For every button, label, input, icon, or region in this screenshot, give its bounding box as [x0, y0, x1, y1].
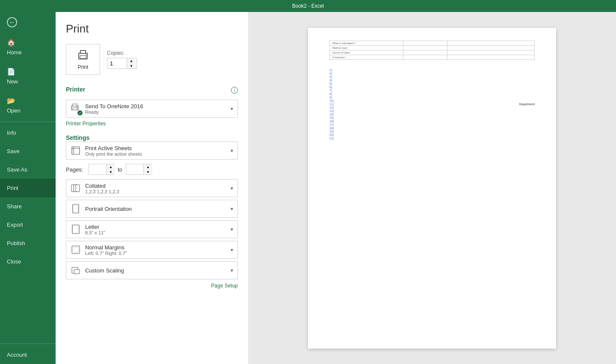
sidebar-item-share[interactable]: Share	[0, 197, 56, 216]
orientation-dropdown[interactable]: Portrait Orientation ▼	[66, 200, 238, 218]
printer-dropdown[interactable]: ✓ Send To OneNote 2016 Ready ▼	[66, 100, 238, 118]
margins-sub: Left: 0.7" Right: 0.7"	[85, 251, 127, 256]
settings-section: Settings Print Active Sheets	[66, 134, 238, 289]
svg-rect-14	[73, 204, 79, 213]
sidebar-item-label: Publish	[7, 240, 25, 246]
sidebar-item-print[interactable]: Print	[0, 179, 56, 197]
preview-number-item: 2)	[329, 72, 334, 75]
preview-body: 1)2)3)4)5)6)7)8)9)10)11)12)13)14)15)16)1…	[317, 68, 548, 140]
margins-left: Normal Margins Left: 0.7" Right: 0.7"	[70, 244, 127, 256]
svg-rect-1	[80, 56, 86, 59]
printer-section-header: Printer	[66, 86, 85, 93]
open-icon: 📂	[7, 97, 15, 105]
scaling-dropdown[interactable]: Custom Scaling ▼	[66, 261, 238, 279]
preview-number-item: 16)	[329, 120, 334, 123]
scaling-icon	[70, 264, 82, 276]
sidebar-item-save[interactable]: Save	[0, 142, 56, 160]
preview-number-item: 10)	[329, 99, 334, 102]
print-panel: Print Print Copies:	[56, 12, 248, 364]
home-icon: 🏠	[7, 38, 15, 47]
collated-main: Collated	[85, 183, 119, 189]
copies-increment[interactable]: ▲	[127, 58, 136, 63]
paper-arrow: ▼	[230, 227, 234, 232]
info-icon[interactable]: i	[231, 87, 238, 94]
active-sheets-sub: Only print the active sheets	[85, 151, 142, 157]
pages-label: Pages:	[66, 166, 85, 173]
preview-number-item: 21)	[329, 137, 334, 140]
sidebar-item-label: Save	[7, 148, 20, 154]
pages-to-decrement[interactable]: ▼	[144, 169, 152, 175]
pages-to-input[interactable]	[126, 165, 143, 174]
preview-number-item: 17)	[329, 123, 334, 126]
copies-spinners: ▲ ▼	[127, 58, 136, 68]
sidebar-divider	[0, 121, 56, 122]
pages-to-wrap: ▲ ▼	[126, 164, 151, 175]
preview-number-item: 6)	[329, 86, 334, 89]
margins-dropdown[interactable]: Normal Margins Left: 0.7" Right: 0.7" ▼	[66, 241, 238, 259]
back-button[interactable]: ←	[0, 12, 56, 33]
sidebar-item-close[interactable]: Close	[0, 252, 56, 271]
printer-header-row: Printer i	[66, 83, 238, 97]
margins-main: Normal Margins	[85, 244, 127, 251]
preview-number-item: 20)	[329, 133, 334, 136]
sidebar-item-label: Print	[7, 185, 18, 191]
copies-area: Copies: ▲ ▼	[107, 50, 137, 69]
sidebar-item-label: Close	[7, 258, 21, 265]
collated-text: Collated 1,2,3 1,2,3 1,2,3	[85, 183, 119, 194]
sidebar-item-publish[interactable]: Publish	[0, 234, 56, 252]
preview-area: What is calculated ?: Method used : Sour…	[248, 12, 616, 364]
pages-to-increment[interactable]: ▲	[144, 164, 152, 169]
preview-number-item: 5)	[329, 82, 334, 85]
paper-dropdown[interactable]: Letter 8.5" x 11" ▼	[66, 220, 238, 238]
paper-icon	[70, 223, 82, 235]
printer-info: ✓ Send To OneNote 2016 Ready	[70, 103, 143, 115]
orientation-text: Portrait Orientation	[85, 206, 132, 212]
sidebar-item-home[interactable]: 🏠 Home	[0, 33, 56, 62]
sidebar-item-label: Open	[7, 107, 21, 114]
settings-section-header: Settings	[66, 134, 89, 141]
preview-number-item: 7)	[329, 89, 334, 92]
collated-sub: 1,2,3 1,2,3 1,2,3	[85, 189, 119, 194]
sidebar-item-label: Share	[7, 203, 22, 210]
new-icon: 📄	[7, 68, 15, 76]
pages-from-decrement[interactable]: ▼	[107, 169, 115, 175]
pages-from-wrap: ▲ ▼	[89, 164, 114, 175]
sidebar-item-new[interactable]: 📄 New	[0, 62, 56, 91]
preview-number-item: 9)	[329, 96, 334, 99]
sidebar-item-info[interactable]: Info	[0, 124, 56, 142]
printer-icon-wrap: ✓	[70, 103, 82, 115]
preview-number-item: 4)	[329, 79, 334, 82]
pages-from-spinners: ▲ ▼	[106, 164, 115, 175]
orientation-icon	[70, 203, 82, 215]
preview-number-item: 15)	[329, 116, 334, 119]
sidebar-item-export[interactable]: Export	[0, 216, 56, 234]
content-area: Print Print Copies:	[56, 12, 616, 364]
svg-point-3	[86, 54, 87, 55]
copies-input[interactable]	[107, 59, 127, 68]
sidebar: ← 🏠 Home 📄 New 📂 Open Info Save Save As …	[0, 12, 56, 364]
print-button-label: Print	[78, 64, 89, 70]
pages-row: Pages: ▲ ▼ to ▲ ▼	[66, 162, 238, 177]
pages-to-label: to	[118, 166, 122, 173]
svg-rect-6	[73, 104, 77, 106]
table-row: Source of input :	[330, 50, 535, 55]
printer-properties-link[interactable]: Printer Properties	[66, 121, 106, 127]
sidebar-item-account[interactable]: Account	[0, 346, 56, 364]
print-icon	[76, 49, 90, 62]
pages-from-increment[interactable]: ▲	[107, 164, 115, 169]
active-sheets-left: Print Active Sheets Only print the activ…	[70, 145, 142, 157]
active-sheets-dropdown[interactable]: Print Active Sheets Only print the activ…	[66, 142, 238, 160]
collated-left: Collated 1,2,3 1,2,3 1,2,3	[70, 182, 119, 194]
print-button[interactable]: Print	[66, 44, 100, 75]
scaling-text: Custom Scaling	[85, 267, 124, 274]
collated-dropdown[interactable]: Collated 1,2,3 1,2,3 1,2,3 ▼	[66, 179, 238, 197]
sidebar-item-open[interactable]: 📂 Open	[0, 91, 56, 120]
copies-decrement[interactable]: ▼	[127, 63, 136, 68]
sidebar-item-save-as[interactable]: Save As	[0, 160, 56, 179]
orientation-left: Portrait Orientation	[70, 203, 132, 215]
back-icon: ←	[7, 17, 17, 27]
copies-label: Copies:	[107, 50, 137, 56]
pages-from-input[interactable]	[89, 165, 106, 174]
preview-number-item: 8)	[329, 92, 334, 95]
page-setup-link[interactable]: Page Setup	[66, 283, 238, 289]
